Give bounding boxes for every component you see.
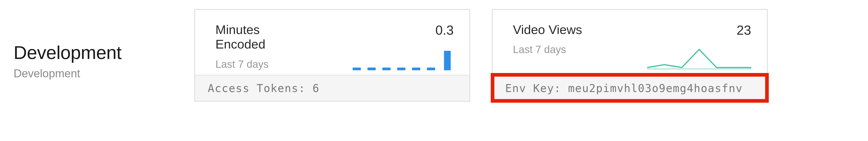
- footer-value: meu2pimvhl03o9emg4hoasfnv: [568, 82, 743, 95]
- metric-label-line1: Minutes: [215, 22, 260, 37]
- footer-label: Access Tokens:: [208, 82, 312, 95]
- metric-label-line2: Encoded: [215, 37, 266, 51]
- metric-value: 0.3: [435, 22, 454, 38]
- environment-title: Development: [13, 42, 172, 63]
- svg-rect-6: [444, 51, 451, 70]
- minutes-sparkline: [350, 48, 454, 70]
- access-tokens-footer: Access Tokens: 6: [195, 75, 469, 101]
- views-sparkline: [647, 48, 751, 70]
- video-views-card[interactable]: Video Views Last 7 days 23 Env Key: meu2…: [492, 9, 768, 101]
- svg-rect-1: [368, 68, 376, 70]
- environment-row: Development Development Minutes Encoded …: [13, 9, 855, 101]
- env-key-footer: Env Key: meu2pimvhl03o9emg4hoasfnv: [493, 75, 767, 101]
- svg-rect-3: [397, 68, 405, 70]
- card-left: Minutes Encoded Last 7 days: [215, 22, 269, 70]
- svg-rect-5: [427, 68, 435, 70]
- metric-period: Last 7 days: [215, 58, 269, 70]
- card-left: Video Views Last 7 days: [513, 22, 582, 70]
- metric-label: Minutes Encoded: [215, 22, 269, 52]
- environment-info: Development Development: [13, 9, 172, 101]
- environment-subtitle: Development: [13, 67, 172, 80]
- metric-label-line1: Video Views: [513, 22, 582, 37]
- card-right: 0.3: [350, 22, 454, 70]
- footer-label: Env Key:: [505, 82, 568, 95]
- minutes-encoded-card[interactable]: Minutes Encoded Last 7 days 0.3 Access T…: [194, 9, 470, 101]
- footer-value: 6: [312, 82, 319, 95]
- metric-period: Last 7 days: [513, 43, 582, 55]
- metric-label: Video Views: [513, 22, 582, 37]
- stat-cards: Minutes Encoded Last 7 days 0.3 Access T…: [194, 9, 855, 101]
- metric-value: 23: [737, 22, 751, 38]
- svg-rect-2: [382, 68, 391, 70]
- card-right: 23: [647, 22, 751, 70]
- card-body: Video Views Last 7 days 23: [493, 10, 767, 75]
- card-body: Minutes Encoded Last 7 days 0.3: [195, 10, 469, 75]
- svg-rect-0: [352, 68, 361, 70]
- svg-rect-4: [412, 68, 420, 70]
